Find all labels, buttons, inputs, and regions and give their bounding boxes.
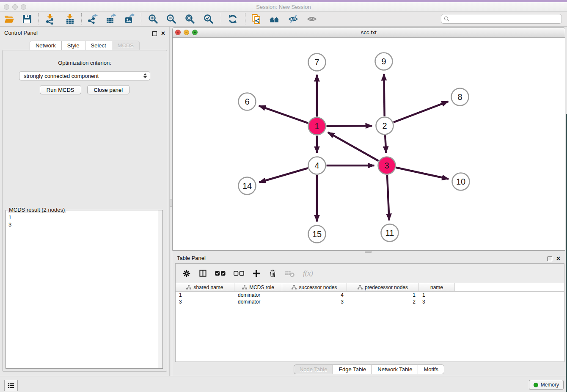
toolbar-separator — [141, 13, 141, 25]
tab-mcds[interactable]: MCDS — [112, 41, 140, 50]
save-session-icon[interactable] — [22, 14, 33, 25]
tab-node-table[interactable]: Node Table — [294, 364, 333, 374]
list-icon — [7, 382, 15, 389]
table-row[interactable]: 1dominator411 — [176, 292, 564, 298]
node-3[interactable]: 3 — [378, 157, 396, 174]
node-11[interactable]: 11 — [381, 224, 399, 242]
node-15[interactable]: 15 — [308, 226, 326, 243]
column-header-successor-nodes[interactable]: successor nodes — [282, 283, 347, 291]
home-icon[interactable] — [269, 14, 280, 25]
search-box[interactable] — [441, 14, 562, 24]
run-mcds-button[interactable]: Run MCDS — [40, 85, 81, 94]
svg-text:8: 8 — [457, 92, 462, 102]
node-14[interactable]: 14 — [239, 177, 256, 195]
export-network-icon[interactable] — [87, 14, 98, 25]
table-cell: 1 — [419, 292, 455, 298]
delete-table-icon[interactable] — [285, 270, 295, 277]
optimization-select[interactable]: strongly connected component — [19, 71, 150, 80]
column-header-name[interactable]: name — [419, 283, 455, 291]
column-header-filler — [455, 283, 564, 291]
node-10[interactable]: 10 — [452, 173, 470, 190]
task-history-button[interactable] — [4, 380, 18, 391]
node-4[interactable]: 4 — [308, 157, 326, 174]
open-session-icon[interactable] — [4, 14, 15, 25]
svg-text:2: 2 — [382, 121, 387, 130]
import-network-icon[interactable] — [44, 14, 55, 25]
hide-graphics-icon[interactable] — [288, 14, 299, 25]
close-panel-button[interactable]: Close panel — [87, 85, 130, 94]
search-icon — [444, 16, 449, 22]
network-maximize-button[interactable]: + — [192, 30, 198, 35]
column-header-predecessor-nodes[interactable]: predecessor nodes — [347, 283, 419, 291]
svg-text:3: 3 — [384, 161, 389, 170]
column-header-shared-name[interactable]: shared name — [176, 283, 234, 291]
float-panel-icon[interactable] — [152, 31, 157, 36]
function-builder-icon[interactable]: f(x) — [303, 269, 313, 278]
node-1[interactable]: 1 — [308, 118, 326, 135]
tab-edge-table[interactable]: Edge Table — [333, 364, 372, 374]
close-panel-icon[interactable]: × — [161, 31, 165, 36]
tab-select[interactable]: Select — [85, 41, 112, 50]
edge-3-11[interactable] — [387, 175, 389, 220]
fit-content-icon[interactable] — [184, 14, 195, 25]
edge-2-3[interactable] — [385, 135, 386, 153]
settings-gear-icon[interactable] — [182, 269, 191, 278]
node-2[interactable]: 2 — [376, 117, 394, 135]
edge-1-6[interactable] — [259, 106, 308, 123]
import-table-icon[interactable] — [64, 14, 75, 25]
close-panel-icon[interactable]: × — [556, 256, 560, 261]
network-minimize-button[interactable]: − — [184, 30, 189, 35]
network-view-window: × − + scc.txt 1234678910111415 — [172, 28, 565, 251]
edge-2-9[interactable] — [384, 74, 384, 116]
svg-text:10: 10 — [456, 177, 465, 186]
split-pane-icon[interactable] — [199, 269, 207, 277]
optimization-select-value: strongly connected component — [24, 73, 99, 79]
node-7[interactable]: 7 — [308, 54, 326, 71]
mcds-result-title: MCDS result (2 nodes) — [8, 207, 66, 213]
export-table-icon[interactable] — [105, 14, 116, 25]
tab-network-table[interactable]: Network Table — [372, 364, 418, 374]
memory-button[interactable]: Memory — [529, 380, 564, 390]
splitter-handle[interactable] — [365, 251, 372, 253]
network-window-titlebar[interactable]: × − + scc.txt — [173, 28, 565, 38]
tab-motifs[interactable]: Motifs — [418, 364, 444, 374]
delete-column-icon[interactable] — [269, 269, 277, 278]
deselect-all-checkboxes-icon[interactable] — [234, 271, 244, 276]
vertical-splitter[interactable] — [169, 27, 172, 376]
edge-2-8[interactable] — [394, 102, 448, 122]
status-bar: Memory — [0, 376, 567, 392]
zoom-in-icon[interactable] — [148, 14, 159, 25]
tab-style[interactable]: Style — [61, 41, 85, 50]
svg-text:15: 15 — [312, 229, 322, 239]
workspace: × − + scc.txt 1234678910111415 Table Pan… — [172, 27, 566, 376]
svg-text:14: 14 — [242, 181, 252, 190]
mcds-result-box: MCDS result (2 nodes) 13 — [6, 210, 163, 369]
optimization-label: Optimization criterion: — [3, 60, 167, 66]
node-6[interactable]: 6 — [239, 93, 256, 110]
export-image-icon[interactable] — [124, 14, 135, 25]
edge-3-10[interactable] — [396, 168, 449, 179]
float-panel-icon[interactable] — [548, 257, 552, 261]
result-scrollbar[interactable] — [158, 210, 162, 368]
zoom-selected-icon[interactable] — [203, 14, 214, 25]
refresh-icon[interactable] — [227, 14, 238, 25]
group-column-icon — [358, 285, 363, 290]
tab-network[interactable]: Network — [30, 41, 61, 50]
edge-1-2[interactable] — [326, 126, 372, 126]
edge-3-1[interactable] — [328, 132, 379, 160]
node-9[interactable]: 9 — [375, 53, 393, 70]
network-canvas[interactable]: 1234678910111415 — [173, 38, 565, 250]
add-column-icon[interactable] — [252, 269, 261, 278]
edge-4-14[interactable] — [259, 168, 308, 182]
toolbar-separator — [81, 13, 82, 25]
group-column-icon — [292, 285, 297, 290]
node-8[interactable]: 8 — [451, 88, 469, 106]
show-graphics-icon[interactable] — [306, 14, 317, 25]
duplicate-network-icon[interactable] — [250, 14, 261, 25]
select-all-checkboxes-icon[interactable] — [215, 271, 226, 276]
table-row[interactable]: 3dominator323 — [176, 298, 564, 305]
network-close-button[interactable]: × — [175, 30, 181, 35]
column-header-mcds-role[interactable]: MCDS role — [234, 283, 282, 291]
search-input[interactable] — [451, 16, 561, 22]
zoom-out-icon[interactable] — [166, 14, 177, 25]
